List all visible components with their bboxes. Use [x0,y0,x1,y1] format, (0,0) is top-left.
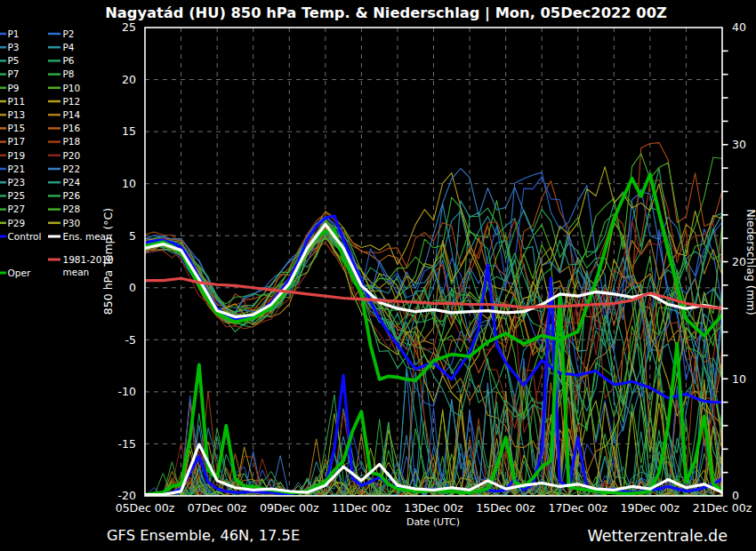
legend-member-p25-label: P25 [8,190,26,201]
legend-member-p15-label: P15 [8,123,26,133]
x-tick-label: 13Dec 00z [404,501,463,515]
legend-member-p21-label: P21 [8,164,26,174]
right-tick-label: 40 [732,20,746,34]
legend-ens-mean-label: Ens. mean [63,231,112,242]
left-tick-label: 5 [129,229,136,243]
legend-member-p4-label: P4 [63,42,75,52]
legend-member-p26-label: P26 [63,190,81,201]
legend-member-p11-label: P11 [8,96,26,107]
x-tick-label: 21Dec 00z [693,501,752,515]
legend-member-p13-label: P13 [8,109,26,120]
x-tick-label: 15Dec 00z [476,501,535,515]
legend-clim-mean-label: 1981-2010 [63,254,114,265]
x-tick-label: 17Dec 00z [548,501,607,515]
x-tick-label: 11Dec 00z [332,501,391,515]
legend-member-p8-label: P8 [63,68,75,79]
legend-member-p23-label: P23 [8,177,26,188]
legend-member-p17-label: P17 [8,136,26,147]
legend-member-p14-label: P14 [63,109,81,120]
legend-clim-mean-label2: mean [63,267,90,277]
legend-member-p22-label: P22 [63,164,81,174]
legend-member-p18-label: P18 [63,136,81,147]
legend-control-label: Control [8,231,42,242]
legend-member-p7-label: P7 [8,68,20,79]
footer-brand: Wetterzentrale.de [587,527,728,545]
left-tick-label: -15 [118,437,136,451]
x-tick-label: 19Dec 00z [621,501,680,515]
chart-title: Nagyatád (HU) 850 hPa Temp. & Niederschl… [105,4,667,22]
x-tick-label: 05Dec 00z [116,501,175,515]
legend-member-p16-label: P16 [63,123,81,133]
legend-member-p1-label: P1 [8,28,20,39]
right-tick-label: 30 [732,138,746,151]
right-tick-label: 20 [732,255,746,268]
legend-member-p5-label: P5 [8,55,20,66]
legend-member-p9-label: P9 [8,83,20,93]
legend-member-p28-label: P28 [63,204,81,214]
legend-member-p10-label: P10 [63,83,81,93]
right-axis-label: Niederschlag (mm) [744,209,756,315]
x-tick-label: 07Dec 00z [188,501,247,515]
left-tick-label: -10 [118,385,136,398]
legend-member-p2-label: P2 [63,28,75,39]
meteogram-chart: Nagyatád (HU) 850 hPa Temp. & Niederschl… [0,0,756,551]
legend-member-p29-label: P29 [8,218,26,228]
left-tick-label: 10 [122,177,136,190]
x-axis-label: Date (UTC) [406,516,460,528]
legend-member-p3-label: P3 [8,42,20,52]
legend-member-p19-label: P19 [8,150,26,161]
left-tick-label: 0 [129,281,136,294]
left-tick-label: 25 [122,20,136,34]
left-tick-label: -5 [125,333,136,347]
x-tick-label: 09Dec 00z [260,501,319,515]
left-tick-label: 15 [122,124,136,138]
footer-model-info: GFS Ensemble, 46N, 17.5E [107,527,300,544]
legend-member-p24-label: P24 [63,177,81,188]
left-tick-label: 20 [122,73,136,86]
legend-member-p12-label: P12 [63,96,81,107]
legend-member-p20-label: P20 [63,150,81,161]
legend-member-p27-label: P27 [8,204,26,214]
legend-member-p6-label: P6 [63,55,75,66]
legend-oper-label: Oper [8,268,31,278]
legend-member-p30-label: P30 [63,218,81,228]
right-tick-label: 10 [732,372,746,386]
